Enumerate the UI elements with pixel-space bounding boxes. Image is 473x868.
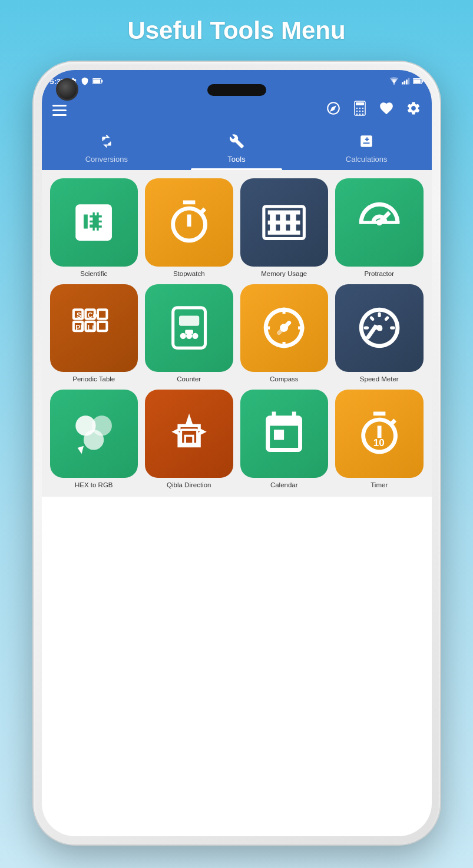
- status-battery-icon: [92, 77, 103, 85]
- svg-point-16: [356, 111, 357, 112]
- svg-point-20: [359, 114, 360, 115]
- tool-memory-usage[interactable]: Memory Usage: [240, 178, 329, 277]
- svg-point-18: [362, 111, 363, 112]
- svg-point-21: [362, 114, 363, 115]
- svg-rect-10: [414, 79, 421, 84]
- tab-calculations[interactable]: Calculations: [302, 128, 432, 168]
- tool-timer[interactable]: 10 Timer: [335, 390, 424, 488]
- tool-protractor-label: Protractor: [365, 270, 395, 277]
- svg-rect-4: [402, 82, 403, 84]
- svg-point-23: [108, 142, 111, 145]
- tool-qibla[interactable]: Qibla Direction: [145, 390, 233, 488]
- phone-screen: 5:37: [42, 70, 432, 836]
- svg-rect-41: [173, 308, 205, 348]
- tool-memory-label: Memory Usage: [261, 270, 307, 277]
- svg-rect-25: [270, 212, 276, 232]
- svg-point-22: [102, 137, 105, 140]
- tool-calendar[interactable]: Calendar: [240, 390, 329, 488]
- phone-wrapper: 5:37: [34, 62, 440, 844]
- svg-point-17: [359, 111, 360, 112]
- tool-periodic-label: Periodic Table: [72, 375, 115, 383]
- svg-rect-1: [101, 80, 102, 83]
- status-signal-icon: [402, 77, 410, 85]
- svg-rect-12: [356, 102, 364, 105]
- svg-point-13: [356, 108, 357, 109]
- tool-speedmeter-label: Speed Meter: [360, 375, 399, 383]
- svg-rect-26: [280, 212, 286, 232]
- tab-tools-label: Tools: [227, 155, 245, 164]
- tools-grid: Scientific Stopwatch: [42, 170, 432, 497]
- svg-rect-35: [98, 310, 107, 318]
- svg-point-50: [84, 430, 104, 450]
- svg-point-19: [356, 114, 357, 115]
- tab-conversions[interactable]: Conversions: [42, 128, 172, 168]
- svg-rect-6: [406, 79, 408, 84]
- svg-point-30: [376, 220, 382, 225]
- page-title: Useful Tools Menu: [0, 0, 473, 56]
- status-shield-icon: [81, 77, 89, 85]
- app-bar: [42, 92, 432, 128]
- tool-scientific-label: Scientific: [80, 270, 107, 277]
- tool-protractor[interactable]: Protractor: [335, 178, 424, 277]
- status-battery2-icon: [413, 78, 424, 85]
- svg-rect-46: [185, 330, 193, 334]
- svg-rect-2: [93, 79, 100, 84]
- tab-tools[interactable]: Tools: [171, 128, 302, 168]
- tab-conversions-label: Conversions: [85, 155, 128, 164]
- tool-timer-label: Timer: [371, 481, 388, 488]
- svg-rect-27: [290, 212, 296, 232]
- tool-periodic-table[interactable]: Si Co Pl Li Periodic Table: [50, 284, 138, 383]
- heart-icon[interactable]: [379, 101, 394, 119]
- svg-rect-9: [422, 80, 423, 83]
- tool-scientific[interactable]: Scientific: [50, 178, 138, 277]
- calculator-icon[interactable]: [353, 101, 367, 119]
- phone-outer: 5:37: [34, 62, 440, 844]
- camera: [56, 78, 78, 101]
- tool-compass[interactable]: Compass: [240, 284, 329, 383]
- tool-stopwatch[interactable]: Stopwatch: [145, 178, 233, 277]
- svg-rect-42: [179, 316, 199, 326]
- svg-point-43: [180, 333, 186, 339]
- svg-rect-36: [98, 322, 107, 331]
- svg-point-45: [192, 333, 198, 339]
- status-wifi-icon: [389, 77, 399, 85]
- tabs-bar: Conversions Tools: [42, 128, 432, 170]
- tool-speed-meter[interactable]: Speed Meter: [335, 284, 424, 383]
- tool-counter[interactable]: Counter: [145, 284, 233, 383]
- settings-icon[interactable]: [406, 101, 421, 119]
- svg-text:Co: Co: [88, 311, 97, 320]
- svg-point-3: [393, 84, 395, 85]
- tool-counter-label: Counter: [177, 375, 201, 383]
- svg-point-15: [362, 108, 363, 109]
- hamburger-menu[interactable]: [52, 105, 67, 116]
- svg-point-14: [359, 108, 360, 109]
- svg-rect-7: [408, 78, 409, 84]
- svg-text:Pl: Pl: [75, 324, 82, 332]
- tool-hex-to-rgb[interactable]: HEX to RGB: [50, 390, 138, 488]
- svg-point-47: [376, 325, 382, 331]
- svg-text:Li: Li: [88, 324, 94, 332]
- svg-text:10: 10: [373, 437, 384, 448]
- svg-text:Si: Si: [77, 311, 83, 320]
- tool-stopwatch-label: Stopwatch: [173, 270, 205, 277]
- tool-compass-label: Compass: [270, 375, 299, 383]
- svg-rect-5: [403, 81, 405, 84]
- tool-qibla-label: Qibla Direction: [167, 481, 211, 488]
- tab-calculations-label: Calculations: [346, 155, 388, 164]
- speedometer-icon[interactable]: [326, 101, 341, 119]
- speaker: [207, 84, 266, 96]
- tool-calendar-label: Calendar: [270, 481, 298, 488]
- tool-hex-label: HEX to RGB: [75, 481, 113, 488]
